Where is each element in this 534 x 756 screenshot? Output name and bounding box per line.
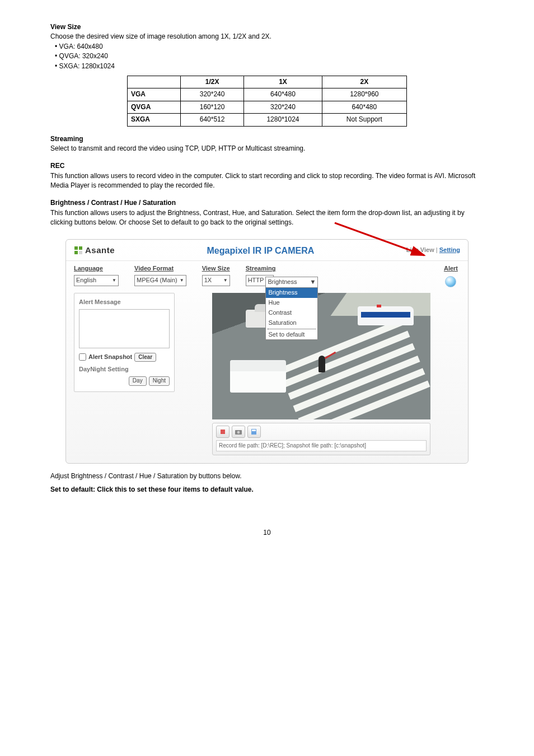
language-select[interactable]: English▼ [74,275,119,286]
svg-point-7 [237,431,240,433]
camera-title: Megapixel IR IP CAMERA [115,244,406,257]
image-adjust-select[interactable]: Brightness▼ Brightness Hue Contrast Satu… [265,277,318,340]
resolution-table: 1/2X 1X 2X VGA 320*240 640*480 1280*960 … [127,76,407,127]
live-video-preview [212,293,430,419]
chevron-down-icon: ▼ [112,277,116,284]
clear-button[interactable]: Clear [134,353,156,362]
dropdown-item-set-default[interactable]: Set to default [266,330,317,340]
alert-snapshot-checkbox[interactable] [79,353,86,361]
record-button[interactable] [216,426,229,438]
streaming-body: Select to transmit and record the video … [50,144,484,153]
rec-heading: REC [50,162,64,170]
bullet-vga: • VGA: 640x480 [55,42,484,52]
view-size-heading: View Size [50,23,81,31]
table-row: VGA 320*240 640*480 1280*960 [128,88,407,101]
nav-setting[interactable]: Setting [439,246,460,253]
adjust-heading: Brightness / Contrast / Hue / Saturation [50,199,176,207]
svg-rect-9 [252,430,256,431]
table-row: 1/2X 1X 2X [128,76,407,88]
bullet-sxga: • SXGA: 1280x1024 [55,62,484,71]
alert-message-box [79,309,170,348]
bullet-qvga: • QVGA: 320x240 [55,52,484,61]
daynight-label: DayNight Setting [79,365,170,374]
svg-rect-2 [79,246,82,250]
dropdown-item-hue[interactable]: Hue [266,298,317,308]
alert-message-label: Alert Message [79,298,170,307]
alert-label: Alert [444,264,458,273]
view-size-label: View Size [202,264,230,273]
camera-ui-screenshot: Asante Megapixel IR IP CAMERA Live View … [65,239,469,464]
streaming-label: Streaming [246,264,276,273]
brand-logo: Asante [74,244,115,256]
dropdown-item-brightness[interactable]: Brightness [266,288,317,298]
table-row: SXGA 640*512 1280*1024 Not Support [128,114,407,126]
record-path-text: Record file path: [D:\REC]; Snapshot fil… [216,440,427,452]
svg-rect-4 [79,251,82,254]
after-text-1: Adjust Brightness / Contrast / Hue / Sat… [50,472,484,481]
view-size-select[interactable]: 1X▼ [202,275,230,286]
adjust-body: This function allows users to adjust the… [50,208,484,228]
dropdown-item-contrast[interactable]: Contrast [266,308,317,318]
chevron-down-icon: ▼ [310,278,316,287]
svg-rect-5 [221,430,225,434]
table-row: QVGA 160*120 320*240 640*480 [128,101,407,113]
rec-body: This function allows users to record vid… [50,171,484,191]
video-format-label: Video Format [134,264,174,273]
nav-live-view[interactable]: Live View [406,246,434,253]
page-number: 10 [50,528,484,538]
streaming-heading: Streaming [50,135,83,143]
dropdown-item-saturation[interactable]: Saturation [266,318,317,328]
night-button[interactable]: Night [149,376,170,386]
alert-snapshot-label: Alert Snapshot [88,353,132,362]
snapshot-button[interactable] [232,426,245,438]
svg-rect-3 [74,251,78,254]
language-label: Language [74,264,103,273]
path-button[interactable] [247,426,261,438]
day-button[interactable]: Day [129,376,147,386]
view-size-body: Choose the desired view size of image re… [50,32,484,41]
chevron-down-icon: ▼ [223,277,228,284]
set-default-label: Set to default: Click this to set these … [50,486,254,493]
alert-indicator-icon[interactable] [445,276,456,287]
logo-mark-icon [74,246,83,255]
svg-rect-1 [74,246,78,250]
chevron-down-icon: ▼ [180,277,184,284]
video-format-select[interactable]: MPEG4 (Main)▼ [134,275,186,286]
